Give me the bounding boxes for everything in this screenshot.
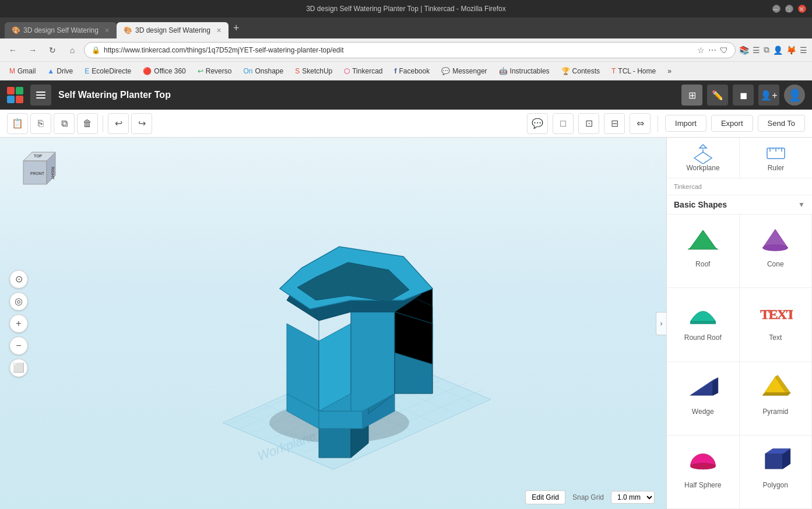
avatar[interactable]: 👤 bbox=[784, 85, 805, 106]
tab-1[interactable]: 🎨 3D design Self Watering ✕ bbox=[5, 22, 117, 38]
export-button[interactable]: Export bbox=[711, 115, 753, 132]
undo-button[interactable]: ↩ bbox=[108, 113, 129, 134]
panel-top-tools: Workplane Ruler bbox=[667, 138, 812, 178]
edit-grid-button[interactable]: Edit Grid bbox=[525, 490, 565, 504]
align-button[interactable]: ⊟ bbox=[604, 113, 625, 134]
copy-button[interactable]: ⎘ bbox=[30, 113, 51, 134]
reload-button[interactable]: ↻ bbox=[44, 42, 61, 58]
ungroup-button[interactable]: ⊡ bbox=[578, 113, 599, 134]
back-button[interactable]: ← bbox=[5, 42, 21, 58]
bookmark-star-icon[interactable]: ☆ bbox=[697, 45, 705, 55]
bookmark-ecoledirecte[interactable]: E EcoleDirecte bbox=[80, 66, 136, 76]
toolbar-left: 📋 ⎘ ⧉ 🗑 ↩ ↪ bbox=[7, 113, 152, 134]
messenger-icon: 💬 bbox=[441, 67, 450, 75]
bookmark-messenger[interactable]: 💬 Messenger bbox=[437, 66, 491, 76]
reading-list-icon[interactable]: ☰ bbox=[753, 45, 760, 55]
duplicate-button[interactable]: ⧉ bbox=[54, 113, 75, 134]
window-title: 3D design Self Watering Planter Top | Ti… bbox=[306, 5, 506, 13]
shape-round-roof[interactable]: Round Roof bbox=[667, 288, 740, 361]
address-icons: ☆ ⋯ 🛡 bbox=[697, 45, 728, 55]
maximize-button[interactable]: □ bbox=[785, 5, 793, 13]
contests-label: Contests bbox=[572, 67, 600, 75]
dark-mode-button[interactable]: ◼ bbox=[733, 85, 754, 106]
send-to-button[interactable]: Send To bbox=[758, 115, 805, 132]
viewport[interactable]: TOP FRONT RIGHT ⊙ ◎ + − ⬜ bbox=[0, 138, 666, 509]
minimize-button[interactable]: ─ bbox=[772, 5, 781, 13]
add-user-button[interactable]: 👤+ bbox=[758, 85, 779, 106]
more-options-icon[interactable]: ⋯ bbox=[708, 45, 716, 55]
group-button[interactable]: □ bbox=[553, 113, 574, 134]
ruler-button[interactable]: Ruler bbox=[740, 138, 812, 178]
polygon-svg bbox=[758, 445, 793, 475]
import-button[interactable]: Import bbox=[665, 115, 706, 132]
forward-button[interactable]: → bbox=[24, 42, 41, 58]
bookmark-contests[interactable]: 🏆 Contests bbox=[557, 66, 604, 76]
shape-pyramid[interactable]: Pyramid bbox=[740, 362, 813, 436]
svg-marker-23 bbox=[319, 429, 351, 458]
shape-polygon[interactable]: Polygon bbox=[740, 436, 813, 509]
shape-text[interactable]: TEXT Text bbox=[740, 288, 813, 361]
instructables-label: Instructables bbox=[510, 67, 550, 75]
edit-button[interactable]: ✏️ bbox=[707, 85, 728, 106]
snap-grid-select[interactable]: 1.0 mm 0.5 mm 2.0 mm bbox=[611, 491, 655, 504]
app-title: Self Watering Planter Top bbox=[58, 90, 674, 100]
shape-half-sphere[interactable]: Half Sphere bbox=[667, 436, 740, 509]
bookmark-gmail[interactable]: M Gmail bbox=[5, 66, 40, 76]
category-dropdown[interactable]: Basic Shapes ▼ bbox=[667, 195, 812, 215]
header-right: ⊞ ✏️ ◼ 👤+ 👤 bbox=[681, 85, 805, 106]
tab-2-close[interactable]: ✕ bbox=[216, 27, 222, 34]
toolbar: 📋 ⎘ ⧉ 🗑 ↩ ↪ 💬 □ ⊡ ⊟ ⇔ Import Export Send… bbox=[0, 110, 812, 138]
facebook-label: Facebook bbox=[399, 67, 430, 75]
delete-button[interactable]: 🗑 bbox=[77, 113, 98, 134]
paste-button[interactable]: 📋 bbox=[7, 113, 28, 134]
shape-wedge[interactable]: Wedge bbox=[667, 362, 740, 436]
grid-view-button[interactable]: ⊞ bbox=[681, 85, 702, 106]
shape-cone[interactable]: Cone bbox=[740, 215, 813, 288]
bookmark-instructables[interactable]: 🤖 Instructables bbox=[494, 66, 554, 76]
url-bar[interactable]: 🔒 https://www.tinkercad.com/things/1q7D5… bbox=[84, 42, 736, 58]
bookmarks-icon[interactable]: 📚 bbox=[739, 45, 749, 55]
profile-icon[interactable]: 👤 bbox=[773, 45, 783, 55]
workplane-icon bbox=[691, 143, 715, 164]
svg-marker-55 bbox=[688, 230, 718, 250]
roof-svg bbox=[686, 224, 720, 254]
text-thumb: TEXT bbox=[755, 295, 796, 330]
notes-button[interactable]: 💬 bbox=[527, 113, 548, 134]
office360-label: Office 360 bbox=[154, 67, 185, 75]
new-tab-button[interactable]: + bbox=[229, 22, 244, 34]
close-button[interactable]: ✕ bbox=[798, 5, 806, 13]
mirror-button[interactable]: ⇔ bbox=[630, 113, 651, 134]
half-sphere-thumb bbox=[683, 443, 723, 478]
shield-icon[interactable]: 🛡 bbox=[720, 45, 728, 55]
bookmark-tcl[interactable]: T TCL - Home bbox=[607, 66, 660, 76]
pyramid-svg bbox=[758, 372, 793, 401]
polygon-thumb bbox=[755, 443, 796, 478]
svg-marker-47 bbox=[699, 145, 706, 148]
onshape-label: Onshape bbox=[255, 67, 283, 75]
firefox-icon[interactable]: 🦊 bbox=[786, 45, 796, 55]
tinkercad-logo[interactable] bbox=[7, 87, 23, 103]
shape-roof[interactable]: Roof bbox=[667, 215, 740, 288]
bookmark-reverso[interactable]: ↩ Reverso bbox=[193, 66, 237, 76]
pyramid-label: Pyramid bbox=[762, 408, 788, 416]
tab-2[interactable]: 🎨 3D design Self Watering ✕ bbox=[117, 22, 229, 38]
menu-hamburger-button[interactable] bbox=[30, 85, 51, 106]
redo-button[interactable]: ↪ bbox=[131, 113, 152, 134]
bookmark-drive[interactable]: ▲ Drive bbox=[43, 66, 78, 76]
bookmark-facebook[interactable]: f Facebook bbox=[389, 66, 434, 76]
workplane-button[interactable]: Workplane bbox=[667, 138, 740, 178]
bookmark-onshape[interactable]: On Onshape bbox=[238, 66, 288, 76]
tab-1-close[interactable]: ✕ bbox=[104, 27, 110, 34]
ruler-icon bbox=[764, 143, 788, 164]
svg-rect-58 bbox=[690, 321, 715, 324]
bookmark-sketchup[interactable]: S SketchUp bbox=[290, 66, 337, 76]
bookmark-tinkercad[interactable]: ⬡ Tinkercad bbox=[339, 66, 387, 76]
office360-icon: 🔴 bbox=[143, 67, 152, 75]
split-view-icon[interactable]: ⧉ bbox=[764, 45, 769, 55]
bookmark-more[interactable]: » bbox=[663, 66, 676, 76]
toggle-panel-button[interactable]: › bbox=[656, 312, 666, 335]
bookmark-office360[interactable]: 🔴 Office 360 bbox=[138, 66, 190, 76]
home-button[interactable]: ⌂ bbox=[64, 42, 80, 58]
menu-icon[interactable]: ☰ bbox=[800, 45, 807, 55]
polygon-label: Polygon bbox=[763, 481, 788, 489]
